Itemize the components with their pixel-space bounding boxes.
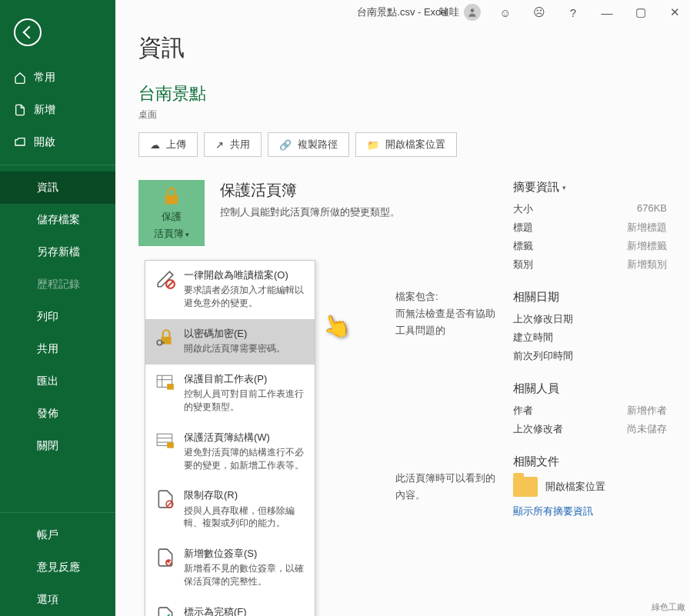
smile-icon[interactable]: ☺ xyxy=(490,0,521,25)
nav-export[interactable]: 匯出 xyxy=(0,365,115,398)
sheet-lock-icon xyxy=(155,372,176,394)
open-file-location[interactable]: 開啟檔案位置 xyxy=(513,477,667,497)
protect-workbook-menu: 一律開啟為唯讀檔案(O)要求讀者必須加入才能編輯以避免意外的變更。 以密碼加密(… xyxy=(145,260,315,616)
nav-publish[interactable]: 發佈 xyxy=(0,398,115,430)
document-location: 桌面 xyxy=(138,108,667,122)
cloud-icon: ☁ xyxy=(150,139,160,151)
new-icon xyxy=(14,104,26,116)
info-toolbar: ☁上傳 ↗共用 🔗複製路徑 📁開啟檔案位置 xyxy=(138,132,667,157)
add-category[interactable]: 新增類別 xyxy=(627,258,667,271)
properties-heading[interactable]: 摘要資訊▾ xyxy=(513,180,667,195)
nav-print[interactable]: 列印 xyxy=(0,301,115,333)
nav-options[interactable]: 選項 xyxy=(0,584,115,616)
restrict-icon xyxy=(155,488,176,510)
lock-icon xyxy=(161,185,182,207)
nav-close[interactable]: 關閉 xyxy=(0,430,115,462)
upload-button[interactable]: ☁上傳 xyxy=(138,132,198,157)
share-button[interactable]: ↗共用 xyxy=(204,132,262,157)
protect-workbook-button[interactable]: 保護 活頁簿 ▾ xyxy=(138,180,205,246)
protect-desc: 控制人員能對此活頁簿所做的變更類型。 xyxy=(220,205,498,219)
add-title[interactable]: 新增標題 xyxy=(627,221,667,235)
frown-icon[interactable]: ☹ xyxy=(524,0,555,25)
add-tags[interactable]: 新增標籤 xyxy=(627,239,667,253)
svg-rect-13 xyxy=(167,442,174,448)
menu-readonly[interactable]: 一律開啟為唯讀檔案(O)要求讀者必須加入才能編輯以避免意外的變更。 xyxy=(145,261,315,319)
share-icon: ↗ xyxy=(215,139,224,151)
folder-icon: 📁 xyxy=(367,139,379,151)
chevron-down-icon: ▾ xyxy=(562,184,566,191)
home-icon xyxy=(14,72,26,84)
protect-title: 保護活頁簿 xyxy=(220,180,498,201)
menu-protect-structure[interactable]: 保護活頁簿結構(W)避免對活頁簿的結構進行不必要的變更，如新增工作表等。 xyxy=(145,423,315,481)
nav-account[interactable]: 帳戶 xyxy=(0,519,115,551)
copy-path-button[interactable]: 🔗複製路徑 xyxy=(268,132,349,157)
nav-open[interactable]: 開啟 xyxy=(0,126,115,158)
manage-partial: 此活頁簿時可以看到的內容。 xyxy=(303,470,498,504)
user-account[interactable]: 哇哇 xyxy=(433,4,487,21)
signature-icon xyxy=(155,547,176,568)
page-heading: 資訊 xyxy=(138,32,667,64)
folder-icon xyxy=(513,477,538,497)
menu-mark-final[interactable]: 標示為完稿(F)讓讀者知道文件已完稿。 xyxy=(145,598,315,616)
menu-encrypt-password[interactable]: 以密碼加密(E)開啟此活頁簿需要密碼。 xyxy=(145,319,315,365)
nav-saveas[interactable]: 另存新檔 xyxy=(0,236,115,268)
minimize-button[interactable]: — xyxy=(592,0,622,25)
svg-rect-1 xyxy=(165,195,178,205)
readonly-icon xyxy=(155,268,176,290)
watermark: 綠色工廠 xyxy=(652,601,685,613)
svg-rect-9 xyxy=(167,384,174,390)
menu-protect-sheet[interactable]: 保護目前工作表(P)控制人員可對目前工作表進行的變更類型。 xyxy=(145,365,315,423)
nav-feedback[interactable]: 意見反應 xyxy=(0,551,115,584)
properties-panel: 摘要資訊▾ 大小676KB 標題新增標題 標籤新增標籤 類別新增類別 相關日期 … xyxy=(513,180,667,518)
nav-share[interactable]: 共用 xyxy=(0,333,115,365)
maximize-button[interactable]: ▢ xyxy=(625,0,656,25)
svg-line-15 xyxy=(167,502,172,508)
backstage-sidebar: 常用 新增 開啟 資訊 儲存檔案 另存新檔 歷程記錄 列印 共用 匯出 發佈 關… xyxy=(0,0,115,616)
nav-home[interactable]: 常用 xyxy=(0,62,115,94)
nav-info[interactable]: 資訊 xyxy=(0,171,115,204)
document-title: 台南景點 xyxy=(138,82,667,105)
add-author[interactable]: 新增作者 xyxy=(627,404,667,418)
open-location-button[interactable]: 📁開啟檔案位置 xyxy=(355,132,457,157)
nav-history[interactable]: 歷程記錄 xyxy=(0,268,115,301)
final-icon xyxy=(155,605,176,616)
nav-save[interactable]: 儲存檔案 xyxy=(0,204,115,236)
menu-restrict-access[interactable]: 限制存取(R)授與人員存取權，但移除編輯、複製或列印的能力。 xyxy=(145,481,315,539)
menu-digital-signature[interactable]: 新增數位簽章(S)新增看不見的數位簽章，以確保活頁簿的完整性。 xyxy=(145,539,315,598)
close-button[interactable]: ✕ xyxy=(659,0,690,25)
avatar xyxy=(464,4,481,21)
encrypt-icon xyxy=(155,327,176,348)
link-icon: 🔗 xyxy=(279,139,292,151)
structure-lock-icon xyxy=(155,431,176,452)
open-icon xyxy=(14,136,26,148)
svg-point-0 xyxy=(471,8,475,12)
nav-new[interactable]: 新增 xyxy=(0,94,115,126)
title-bar: 台南景點.csv - Excel 哇哇 ☺ ☹ ? — ▢ ✕ xyxy=(115,0,690,25)
help-icon[interactable]: ? xyxy=(558,0,588,25)
show-all-properties[interactable]: 顯示所有摘要資訊 xyxy=(513,504,667,518)
back-button[interactable] xyxy=(14,18,42,46)
svg-line-3 xyxy=(167,281,174,288)
chevron-down-icon: ▾ xyxy=(184,231,190,238)
